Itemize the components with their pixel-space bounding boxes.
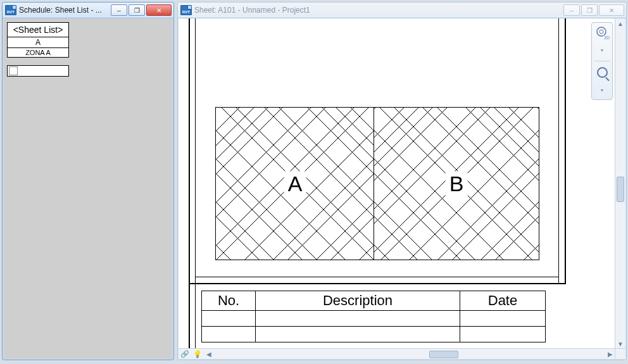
lightbulb-icon[interactable]: 💡 xyxy=(193,349,202,358)
vertical-scrollbar[interactable]: ▲ ▼ xyxy=(615,18,625,349)
steering-wheel-2d-button[interactable]: 2D xyxy=(594,25,610,39)
svg-point-0 xyxy=(597,27,606,36)
region-label: B xyxy=(446,172,468,196)
schedule-row-cell[interactable]: ZONA A xyxy=(7,48,69,58)
zoom-button[interactable] xyxy=(594,65,610,79)
schedule-client-area: <Sheet List> A ZONA A xyxy=(3,18,173,359)
scrollbar-corner xyxy=(615,348,625,359)
close-button[interactable]: ✕ xyxy=(599,4,624,16)
rev-header-date: Date xyxy=(460,291,546,311)
sheet-border-line xyxy=(189,283,566,284)
filled-region-b[interactable]: B xyxy=(374,107,539,260)
schedule-header-cell[interactable]: A xyxy=(7,37,69,48)
chevron-down-icon[interactable]: ▾ xyxy=(594,83,610,97)
scroll-up-arrow-icon[interactable]: ▲ xyxy=(615,18,625,28)
filled-region-a[interactable]: A xyxy=(215,107,375,260)
schedule-titlebar[interactable]: RVT Schedule: Sheet List - ... – ❐ ✕ xyxy=(3,3,173,18)
rev-header-no: No. xyxy=(202,291,256,311)
sheet-border-line xyxy=(189,18,190,349)
maximize-button[interactable]: ❐ xyxy=(129,4,145,16)
table-row[interactable] xyxy=(202,327,546,342)
rvt-file-icon: RVT xyxy=(5,5,16,15)
table-row[interactable] xyxy=(202,311,546,327)
schedule-title-cell[interactable]: <Sheet List> xyxy=(7,22,69,37)
magnifier-icon xyxy=(597,67,608,78)
link-status-icon[interactable]: 🔗 xyxy=(180,349,189,358)
scrollbar-track[interactable] xyxy=(214,349,605,358)
sheet-client-area: A B No. Description Date xyxy=(179,18,625,359)
scrollbar-thumb[interactable] xyxy=(617,177,624,202)
svg-point-1 xyxy=(600,30,603,34)
sheet-window: RVT Sheet: A101 - Unnamed - Project1 – ❐… xyxy=(177,2,627,360)
sheet-window-title: Sheet: A101 - Unnamed - Project1 xyxy=(194,6,310,15)
region-label: A xyxy=(284,172,306,196)
scroll-down-arrow-icon[interactable]: ▼ xyxy=(615,339,625,349)
schedule-window-title: Schedule: Sheet List - ... xyxy=(19,6,102,15)
minimize-button[interactable]: – xyxy=(111,4,127,16)
sheet-border-line xyxy=(558,18,559,283)
rvt-file-icon: RVT xyxy=(180,5,192,15)
schedule-window: RVT Schedule: Sheet List - ... – ❐ ✕ <Sh… xyxy=(2,2,174,360)
navigation-bar: 2D ▾ ▾ xyxy=(591,22,613,100)
scroll-right-arrow-icon[interactable]: ▶ xyxy=(605,349,615,358)
sheet-border-line xyxy=(565,18,566,283)
rev-header-description: Description xyxy=(256,291,460,311)
sheet-titlebar[interactable]: RVT Sheet: A101 - Unnamed - Project1 – ❐… xyxy=(178,3,626,18)
chevron-down-icon[interactable]: ▾ xyxy=(594,43,610,57)
mdi-area: RVT Schedule: Sheet List - ... – ❐ ✕ <Sh… xyxy=(0,0,628,364)
maximize-button[interactable]: ❐ xyxy=(581,4,598,16)
sheet-border-line xyxy=(195,18,196,349)
separator xyxy=(594,61,610,61)
checkbox-icon[interactable] xyxy=(9,66,18,75)
close-button[interactable]: ✕ xyxy=(146,4,172,16)
revision-table[interactable]: No. Description Date xyxy=(201,291,546,342)
minimize-button[interactable]: – xyxy=(563,4,580,16)
horizontal-scrollbar[interactable]: 🔗 💡 ◀ ▶ xyxy=(179,348,615,359)
drawing-canvas[interactable]: A B No. Description Date xyxy=(179,18,615,349)
sheet-border-line xyxy=(195,277,559,277)
schedule-input-row[interactable] xyxy=(7,65,69,77)
scrollbar-thumb[interactable] xyxy=(429,351,458,358)
scroll-left-arrow-icon[interactable]: ◀ xyxy=(204,349,214,358)
